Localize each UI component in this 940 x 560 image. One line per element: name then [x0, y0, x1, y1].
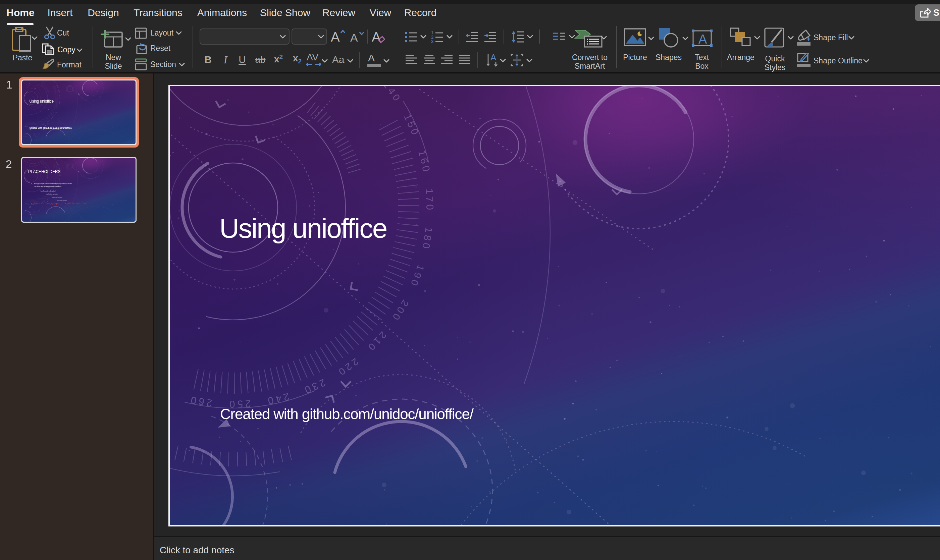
svg-text:3: 3	[431, 39, 433, 43]
svg-text:Line breaks work as expected w: Line breaks work as expected within a pa…	[34, 186, 62, 187]
svg-text:Level controls indentation: Level controls indentation	[41, 191, 55, 192]
svg-text:Level controls indentation: Level controls indentation	[57, 200, 67, 201]
svg-text:Level controls indentation: Level controls indentation	[46, 194, 58, 195]
svg-text:The last paragraph in a differ: The last paragraph in a different font	[34, 202, 87, 205]
svg-text:Using unioffice: Using unioffice	[29, 99, 54, 104]
svg-text:AV: AV	[307, 52, 319, 62]
svg-text:•: •	[50, 197, 50, 198]
svg-text:Using unioffice: Using unioffice	[219, 213, 387, 243]
svg-text:A: A	[331, 29, 340, 43]
svg-text:A: A	[698, 32, 707, 46]
svg-text:•: •	[44, 194, 44, 195]
svg-text:Created with github.com/unidoc: Created with github.com/unidoc/unioffice…	[29, 127, 72, 129]
svg-text:Adding paragraphs can create b: Adding paragraphs can create bullets dep…	[34, 183, 72, 185]
svg-text:A: A	[490, 53, 496, 62]
svg-text:PLACEHOLDERS: PLACEHOLDERS	[28, 169, 61, 174]
svg-text:Created with github.com/unidoc: Created with github.com/unidoc/unioffice…	[220, 406, 474, 422]
svg-text:A: A	[350, 31, 358, 43]
